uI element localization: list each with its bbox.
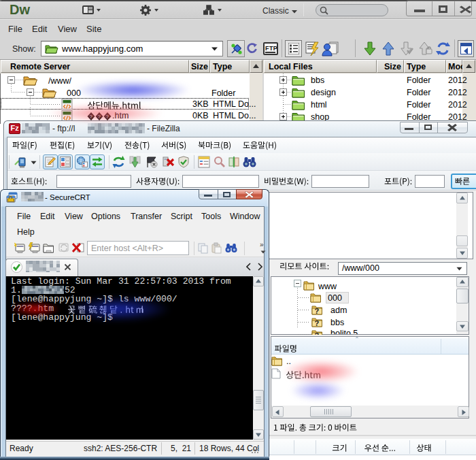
- svg-text:?: ?: [315, 331, 320, 335]
- svg-text:?: ?: [315, 319, 320, 327]
- svg-text:?: ?: [315, 307, 320, 315]
